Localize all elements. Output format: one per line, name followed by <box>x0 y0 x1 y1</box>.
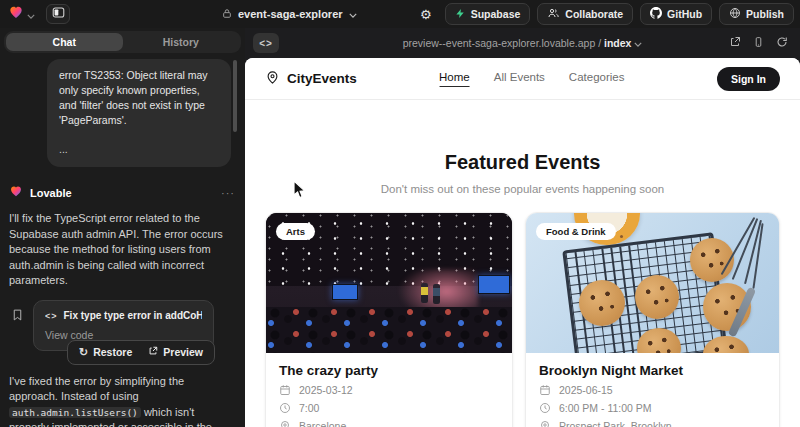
publish-button[interactable]: Publish <box>719 3 794 25</box>
globe-icon <box>729 7 741 21</box>
user-message-truncated: ... <box>59 142 219 157</box>
nav-categories[interactable]: Categories <box>569 71 625 87</box>
clock-icon <box>279 402 291 414</box>
event-location: Prospect Park, Brooklyn <box>559 420 672 427</box>
chat-scrollbar[interactable] <box>233 60 237 132</box>
cookie <box>579 280 625 326</box>
category-badge: Food & Drink <box>536 223 616 240</box>
clock-icon <box>539 402 551 414</box>
site-header: CityEvents Home All Events Categories Si… <box>245 58 800 100</box>
message-menu-button[interactable]: ··· <box>221 187 235 199</box>
lovable-logo-button[interactable] <box>8 4 35 24</box>
nav-all-events[interactable]: All Events <box>494 71 545 87</box>
cookie <box>635 275 679 319</box>
sign-in-button[interactable]: Sign In <box>717 67 780 91</box>
event-title: The crazy party <box>279 363 499 378</box>
preview-icon <box>148 346 158 358</box>
lovable-logo-icon <box>8 4 24 24</box>
event-cards: Arts The crazy party 2025-03-12 7:00 <box>245 195 800 427</box>
supabase-icon <box>455 8 466 21</box>
site-viewport: CityEvents Home All Events Categories Si… <box>245 58 800 427</box>
calendar-icon <box>279 384 291 396</box>
section-title: Featured Events <box>245 151 800 174</box>
users-icon <box>547 7 560 21</box>
assistant-message-1: I'll fix the TypeScript error related to… <box>9 211 236 289</box>
party-screen <box>332 284 358 300</box>
mobile-view-button[interactable] <box>753 34 764 52</box>
project-switcher[interactable]: event-saga-explorer <box>222 0 357 28</box>
assistant-header: Lovable ··· <box>9 184 235 202</box>
preview-button[interactable]: Preview <box>141 344 210 360</box>
featured-section: Featured Events Don't miss out on these … <box>245 100 800 195</box>
event-image-cookies: Food & Drink <box>526 213 779 353</box>
chat-history-tabs: Chat History <box>4 31 241 53</box>
view-code-link[interactable]: View code <box>45 329 202 341</box>
location-icon <box>539 420 551 427</box>
category-badge: Arts <box>276 223 315 240</box>
event-time: 7:00 <box>299 402 319 414</box>
chevron-down-icon <box>349 8 357 20</box>
collaborate-button[interactable]: Collaborate <box>537 3 633 25</box>
event-date: 2025-06-15 <box>559 384 613 396</box>
inline-code: auth.admin.listUsers() <box>9 407 141 418</box>
url-host: preview--event-saga-explorer.lovable.app <box>403 37 596 49</box>
event-title: Brooklyn Night Market <box>539 363 766 378</box>
event-card[interactable]: Food & Drink Brooklyn Night Market 2025-… <box>525 212 780 427</box>
preview-label: Preview <box>163 346 203 358</box>
section-subtitle: Don't miss out on these popular events h… <box>245 183 800 195</box>
settings-button[interactable]: ⚙ <box>414 3 438 25</box>
message-actions: ↻ Restore Preview <box>67 340 215 365</box>
map-pin-icon <box>265 70 280 88</box>
restore-button[interactable]: ↻ Restore <box>72 344 139 361</box>
bookmark-icon[interactable] <box>11 308 24 326</box>
event-image-party: Arts <box>266 213 512 353</box>
github-icon <box>650 7 662 21</box>
lock-icon <box>222 8 232 21</box>
url-page: index <box>604 37 631 49</box>
event-time: 6:00 PM - 11:00 PM <box>559 402 652 414</box>
location-icon <box>279 420 291 427</box>
site-nav: Home All Events Categories <box>439 71 624 87</box>
preview-pane: <> preview--event-saga-explorer.lovable.… <box>245 28 800 427</box>
code-icon: <> <box>45 311 58 321</box>
gear-icon: ⚙ <box>420 7 432 22</box>
github-label: GitHub <box>667 8 702 20</box>
chevron-down-icon <box>27 5 35 23</box>
event-date: 2025-03-12 <box>299 384 353 396</box>
party-screen <box>478 275 510 294</box>
refresh-button[interactable] <box>776 34 788 52</box>
event-location: Barcelone <box>299 420 346 427</box>
assistant-name: Lovable <box>30 187 214 199</box>
app-window: event-saga-explorer ⚙ Supabase Collabora… <box>0 0 800 427</box>
url-bar[interactable]: preview--event-saga-explorer.lovable.app… <box>245 37 800 49</box>
restore-label: Restore <box>93 346 132 358</box>
assistant-message-2: I've fixed the error by simplifying the … <box>9 374 236 427</box>
party-speaker <box>433 284 440 304</box>
event-card[interactable]: Arts The crazy party 2025-03-12 7:00 <box>265 212 513 427</box>
project-name: event-saga-explorer <box>238 8 343 20</box>
site-logo[interactable]: CityEvents <box>265 70 357 88</box>
publish-label: Publish <box>746 8 784 20</box>
open-in-new-tab-button[interactable] <box>729 34 741 52</box>
sidebar-toggle-icon <box>52 5 65 23</box>
supabase-button[interactable]: Supabase <box>445 3 531 25</box>
tab-history[interactable]: History <box>123 33 240 51</box>
collaborate-label: Collaborate <box>565 8 623 20</box>
sidebar-toggle-button[interactable] <box>46 4 70 24</box>
chevron-down-icon <box>634 42 642 47</box>
chat-sidebar: Chat History error TS2353: Object litera… <box>0 28 245 427</box>
user-message-text: error TS2353: Object literal may only sp… <box>59 68 219 128</box>
lovable-heart-icon <box>9 184 23 202</box>
preview-toolbar: <> preview--event-saga-explorer.lovable.… <box>245 28 800 58</box>
party-speaker <box>421 283 428 303</box>
restore-icon: ↻ <box>79 346 88 359</box>
tool-card-title: Fix type type error in addCoHost <box>64 310 202 321</box>
site-brand-name: CityEvents <box>287 71 357 86</box>
user-message: error TS2353: Object literal may only sp… <box>47 59 231 167</box>
nav-home[interactable]: Home <box>439 71 470 87</box>
calendar-icon <box>539 384 551 396</box>
github-button[interactable]: GitHub <box>640 3 712 25</box>
top-bar: event-saga-explorer ⚙ Supabase Collabora… <box>0 0 800 28</box>
tab-chat[interactable]: Chat <box>6 33 123 51</box>
party-crowd <box>266 307 512 353</box>
